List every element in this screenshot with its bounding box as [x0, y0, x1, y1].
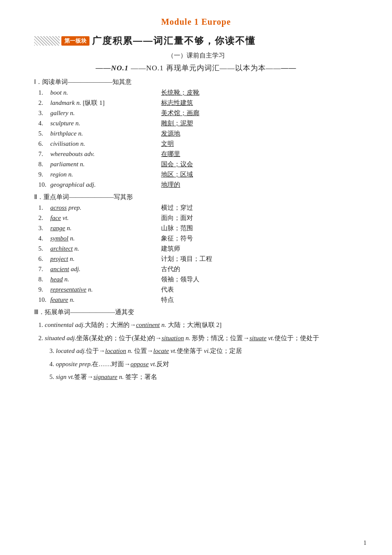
list-item: 5. architect n. 建筑师 [34, 245, 358, 253]
expand-item-5: 5. sign vt.签署→signature n. 签字；署名 [34, 372, 358, 383]
list-item: 10. feature n. 特点 [34, 296, 358, 304]
list-item: 3. gallery n. 美术馆；画廊 [34, 109, 358, 117]
word-entry: across prep. [50, 204, 161, 211]
section-title: 广度积累——词汇量不够，你读不懂 [92, 35, 256, 47]
word-entry: gallery n. [50, 110, 161, 117]
list-item: 8. head n. 领袖；领导人 [34, 275, 358, 283]
list-item: 9. representative n. 代表 [34, 286, 358, 294]
word-num: 3. [38, 225, 50, 232]
word-num: 3. [38, 110, 50, 117]
list-item: 9. region n. 地区；区域 [34, 171, 358, 179]
list-item: 7. whereabouts adv. 在哪里 [34, 150, 358, 158]
word-entry: boot n. [50, 89, 161, 96]
word-meaning: 标志性建筑 [161, 99, 193, 107]
expand-item-4: 4. opposite prep.在……对面→oppose vt.反对 [34, 359, 358, 370]
section-badge: 第一板块 [61, 36, 89, 46]
list-item: 2. face vt. 面向；面对 [34, 214, 358, 222]
list-item: 1. boot n. 长统靴；皮靴 [34, 89, 358, 97]
read-word-list: 1. boot n. 长统靴；皮靴 2. landmark n. [纵联 1] … [34, 89, 358, 189]
expand-section: 1. continental adj.大陆的；大洲的→continent n. … [34, 320, 358, 383]
word-meaning: 地理的 [161, 181, 180, 189]
word-meaning: 山脉；范围 [161, 224, 193, 232]
word-meaning: 长统靴；皮靴 [161, 89, 199, 97]
word-num: 4. [38, 235, 50, 242]
word-entry: range n. [50, 225, 161, 232]
word-num: 7. [38, 150, 50, 158]
word-entry: ancient adj. [50, 266, 161, 273]
word-entry: civilisation n. [50, 140, 161, 147]
word-num: 8. [38, 161, 50, 168]
list-item: 6. project n. 计划；项目；工程 [34, 255, 358, 263]
word-num: 7. [38, 266, 50, 273]
word-entry: landmark n. [纵联 1] [50, 99, 161, 107]
roman2-label: Ⅱ．重点单词———————写其形 [34, 193, 358, 201]
roman3-label: Ⅲ．拓展单词———————通其变 [34, 308, 358, 316]
word-meaning: 国会；议会 [161, 160, 193, 168]
word-meaning: 在哪里 [161, 150, 180, 158]
word-num: 6. [38, 255, 50, 263]
word-meaning: 面向；面对 [161, 214, 193, 222]
word-meaning: 代表 [161, 286, 174, 294]
word-meaning: 领袖；领导人 [161, 275, 199, 283]
expand-item-2: 2. situated adj.坐落(某处)的；位于(某处)的→situatio… [34, 333, 358, 344]
key-word-list: 1. across prep. 横过；穿过 2. face vt. 面向；面对 … [34, 204, 358, 304]
list-item: 2. landmark n. [纵联 1] 标志性建筑 [34, 99, 358, 107]
section-header: 第一板块 广度积累——词汇量不够，你读不懂 [34, 35, 358, 47]
word-meaning: 雕刻；泥塑 [161, 119, 193, 127]
page-title: Module 1 Europe [34, 17, 358, 27]
list-item: 8. parliament n. 国会；议会 [34, 160, 358, 168]
word-num: 2. [38, 214, 50, 222]
word-entry: head n. [50, 276, 161, 283]
list-item: 1. across prep. 横过；穿过 [34, 204, 358, 212]
word-entry: symbol n. [50, 235, 161, 242]
list-item: 3. range n. 山脉；范围 [34, 224, 358, 232]
word-meaning: 美术馆；画廊 [161, 109, 199, 117]
word-entry: architect n. [50, 245, 161, 252]
word-entry: region n. [50, 171, 161, 178]
roman1-label: Ⅰ．阅读单词———————知其意 [34, 78, 358, 86]
list-item: 7. ancient adj. 古代的 [34, 265, 358, 273]
word-entry: parliament n. [50, 161, 161, 168]
no1-title: ——NO.1 ——NO.1 再现单元内词汇——以本为本———— [34, 63, 358, 73]
word-meaning: 计划；项目；工程 [161, 255, 212, 263]
expand-item-1: 1. continental adj.大陆的；大洲的→continent n. … [34, 320, 358, 331]
word-meaning: 古代的 [161, 265, 180, 273]
list-item: 4. symbol n. 象征；符号 [34, 234, 358, 243]
word-num: 5. [38, 130, 50, 137]
word-meaning: 象征；符号 [161, 234, 193, 243]
word-meaning: 建筑师 [161, 245, 180, 253]
word-meaning: 文明 [161, 140, 174, 148]
word-entry: face vt. [50, 214, 161, 222]
word-num: 2. [38, 99, 50, 107]
word-meaning: 地区；区域 [161, 171, 193, 179]
word-entry: geographical adj. [50, 181, 161, 188]
word-num: 4. [38, 120, 50, 127]
word-entry: sculpture n. [50, 120, 161, 127]
word-meaning: 横过；穿过 [161, 204, 193, 212]
list-item: 4. sculpture n. 雕刻；泥塑 [34, 119, 358, 127]
word-entry: representative n. [50, 286, 161, 293]
word-entry: project n. [50, 255, 161, 263]
word-entry: birthplace n. [50, 130, 161, 137]
list-item: 10. geographical adj. 地理的 [34, 181, 358, 189]
word-num: 6. [38, 140, 50, 147]
word-num: 10. [38, 296, 50, 304]
page-number: 1 [363, 540, 366, 546]
list-item: 5. birthplace n. 发源地 [34, 130, 358, 138]
subtitle: （一）课前自主学习 [34, 52, 358, 60]
word-num: 10. [38, 181, 50, 188]
list-item: 6. civilisation n. 文明 [34, 140, 358, 148]
word-num: 1. [38, 204, 50, 211]
word-entry: whereabouts adv. [50, 150, 161, 158]
word-num: 9. [38, 286, 50, 293]
word-num: 8. [38, 276, 50, 283]
word-meaning: 特点 [161, 296, 174, 304]
word-num: 5. [38, 245, 50, 252]
section-pattern [34, 36, 60, 46]
word-entry: feature n. [50, 296, 161, 304]
expand-item-3: 3. located adj.位于→location n. 位置→locate … [34, 346, 358, 357]
word-num: 9. [38, 171, 50, 178]
word-meaning: 发源地 [161, 130, 180, 138]
word-num: 1. [38, 89, 50, 96]
